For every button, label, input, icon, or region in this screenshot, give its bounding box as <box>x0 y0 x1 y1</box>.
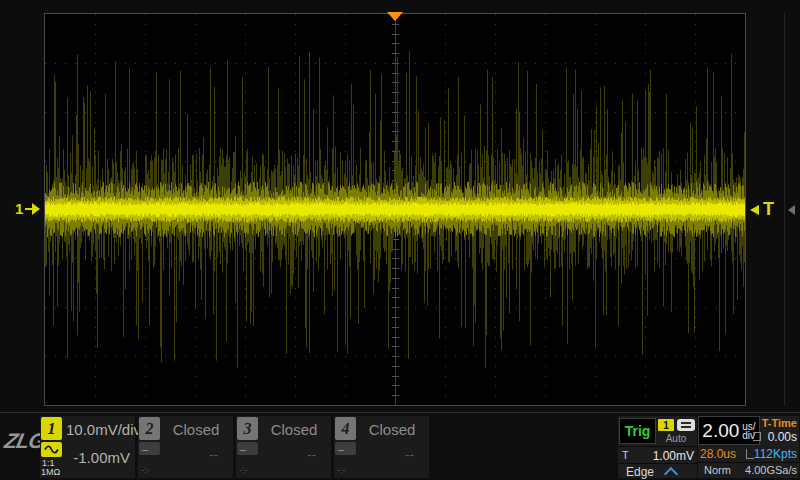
trigger-level-row: T 1.00mV <box>618 446 697 463</box>
channel2-badge[interactable]: 2 <box>139 417 160 440</box>
channel1-coupling-ac-icon[interactable] <box>41 442 62 457</box>
t-time-value: 0.00s <box>768 430 797 444</box>
channel4-coupling-badge: – <box>335 442 356 455</box>
trigger-panel[interactable]: Trig 1 Auto T 1.00mV Edge <box>618 416 697 478</box>
sample-rate: 4.00GSa/s <box>745 464 797 476</box>
timebase-row2: 28.0us 112Kpts <box>698 445 799 461</box>
channel2-time: -:- <box>141 465 150 475</box>
channel3-block[interactable]: 3 – Closed -- -:- <box>236 416 331 478</box>
channel1-position-marker[interactable]: 1 <box>15 201 40 217</box>
channel4-time: -:- <box>337 465 346 475</box>
channel1-block[interactable]: 1 1:1 1MΩ 10.0mV/div -1.00mV <box>40 416 135 478</box>
waveform-canvas[interactable] <box>45 14 745 405</box>
channel2-value: -- <box>209 447 218 462</box>
trigger-menu-icon[interactable] <box>677 419 695 431</box>
channel4-badge[interactable]: 4 <box>335 417 356 440</box>
status-bar: ZLG® 1 1:1 1MΩ 10.0mV/div -1.00mV 2 – Cl… <box>0 412 800 480</box>
trigger-type-row: Edge <box>618 463 697 479</box>
channel3-value: -- <box>307 447 316 462</box>
trigger-level-label: T <box>763 199 774 220</box>
t-time-icon <box>753 432 761 441</box>
channel1-marker-arrow-icon <box>32 203 40 215</box>
channel3-status: Closed <box>260 421 328 438</box>
channel4-status: Closed <box>358 421 426 438</box>
trigger-mode: Auto <box>656 433 696 444</box>
t-time-label: T-Time <box>762 417 797 429</box>
channel2-block[interactable]: 2 – Closed -- -:- <box>138 416 233 478</box>
timebase-row3: Norm 4.00GSa/s <box>698 462 799 479</box>
channel1-offset: -1.00mV <box>73 449 130 466</box>
channel2-status: Closed <box>162 421 230 438</box>
channel4-value: -- <box>405 447 414 462</box>
right-edge-marker-icon[interactable] <box>788 205 795 215</box>
channel1-impedance: 1MΩ <box>41 468 60 477</box>
right-rail-divider <box>784 13 785 406</box>
timebase-scale: 2.00 <box>702 420 739 442</box>
channel3-coupling-badge: – <box>237 442 258 455</box>
trigger-position-marker-icon[interactable] <box>387 12 403 21</box>
channel4-block[interactable]: 4 – Closed -- -:- <box>334 416 429 478</box>
trigger-level-value: 1.00mV <box>653 449 694 463</box>
trigger-type: Edge <box>626 465 654 479</box>
trigger-level-marker[interactable]: T <box>750 199 774 220</box>
trigger-edge-rising-icon <box>664 467 678 480</box>
channel1-badge[interactable]: 1 <box>41 417 62 440</box>
trigger-title[interactable]: Trig <box>619 418 656 444</box>
memory-depth-value: 112Kpts <box>754 447 797 461</box>
channel1-marker-arrow-bar <box>25 208 32 210</box>
channel3-badge[interactable]: 3 <box>237 417 258 440</box>
channel3-time: -:- <box>239 465 248 475</box>
trigger-level-arrow-icon <box>750 205 759 215</box>
oscilloscope-screen: 1 T ZLG® 1 1:1 1MΩ 10.0mV/div -1.00mV 2 … <box>0 0 800 480</box>
channel2-coupling-badge: – <box>139 442 160 455</box>
channel1-scale: 10.0mV/div <box>66 421 132 438</box>
timebase-panel[interactable]: 2.00 us/ div T-Time 0.00s 28.0us 112Kpts… <box>698 416 799 478</box>
trigger-source-badge[interactable]: 1 <box>658 419 674 431</box>
acquisition-mode: Norm <box>704 464 731 476</box>
memory-depth-icon <box>746 449 754 459</box>
channel1-marker-label: 1 <box>15 201 23 217</box>
timebase-scale-box[interactable]: 2.00 us/ div <box>698 416 760 445</box>
trigger-level-row-label: T <box>622 449 629 461</box>
trigger-delay-value: 28.0us <box>700 447 736 461</box>
waveform-display-area[interactable] <box>44 13 746 406</box>
